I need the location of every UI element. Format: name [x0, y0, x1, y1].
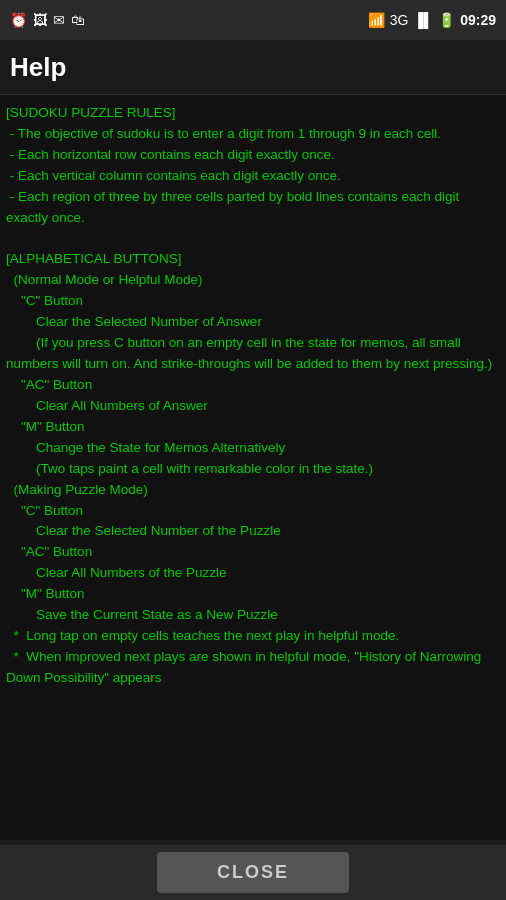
status-left-icons: ⏰ 🖼 ✉ 🛍: [10, 12, 85, 28]
close-button-container: CLOSE: [0, 845, 506, 900]
image-icon: 🖼: [33, 12, 47, 28]
status-bar: ⏰ 🖼 ✉ 🛍 📶 3G ▐▌ 🔋 09:29: [0, 0, 506, 40]
sim-icon: 📶: [368, 12, 385, 28]
bag-icon: 🛍: [71, 12, 85, 28]
status-right-icons: 📶 3G ▐▌ 🔋 09:29: [368, 12, 496, 28]
clock: 09:29: [460, 12, 496, 28]
help-content: [SUDOKU PUZZLE RULES] - The objective of…: [0, 95, 506, 840]
alarm-icon: ⏰: [10, 12, 27, 28]
gmail-icon: ✉: [53, 12, 65, 28]
help-text-body: [SUDOKU PUZZLE RULES] - The objective of…: [6, 103, 500, 689]
signal-icon: ▐▌: [413, 12, 433, 28]
page-title: Help: [10, 52, 66, 83]
close-button[interactable]: CLOSE: [157, 852, 349, 893]
battery-icon: 🔋: [438, 12, 455, 28]
network-type: 3G: [390, 12, 409, 28]
title-bar: Help: [0, 40, 506, 95]
